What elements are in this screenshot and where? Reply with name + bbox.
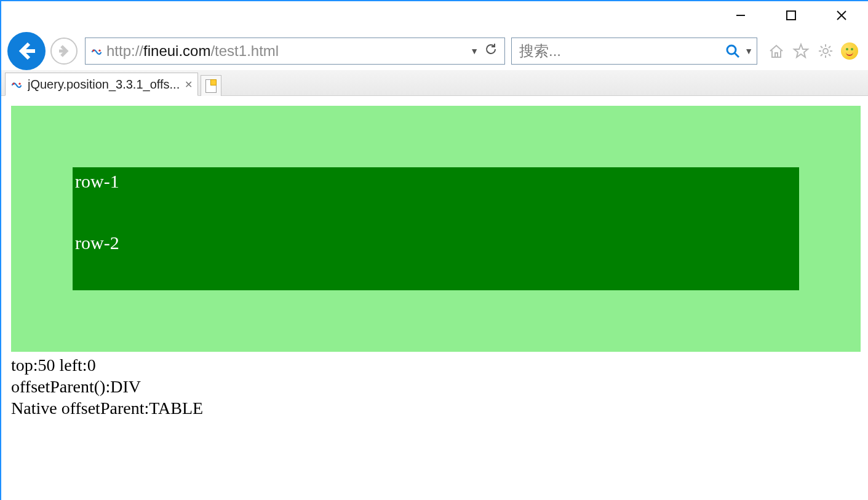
address-bar[interactable]: http://fineui.com/test1.html ▼ — [85, 38, 505, 65]
svg-point-6 — [92, 50, 94, 52]
svg-point-12 — [823, 49, 828, 54]
new-tab-button[interactable] — [201, 75, 221, 96]
favorites-icon[interactable] — [792, 42, 810, 60]
search-icon[interactable] — [725, 43, 741, 59]
site-icon — [90, 45, 103, 57]
back-button[interactable] — [7, 32, 46, 70]
svg-line-9 — [735, 53, 739, 57]
toolbar-icons — [761, 42, 862, 60]
tab-active[interactable]: jQuery.position_3.3.1_offs... ✕ — [5, 73, 198, 96]
url-host: fineui.com — [143, 42, 210, 60]
svg-point-7 — [98, 50, 100, 52]
svg-point-13 — [12, 83, 14, 85]
inner-darkgreen-table: row-1 row-2 — [73, 167, 799, 290]
tab-favicon-icon — [10, 78, 23, 90]
settings-icon[interactable] — [816, 42, 835, 60]
window-titlebar — [1, 1, 868, 32]
svg-marker-11 — [794, 44, 808, 57]
browser-toolbar: http://fineui.com/test1.html ▼ 搜索... ▼ — [1, 32, 868, 70]
output-line-1: top:50 left:0 — [11, 354, 861, 376]
output-line-3: Native offsetParent:TABLE — [11, 397, 861, 419]
forward-button[interactable] — [50, 38, 78, 65]
address-controls: ▼ — [470, 42, 502, 60]
search-box[interactable]: 搜索... ▼ — [511, 38, 757, 65]
window-controls — [715, 2, 867, 28]
new-tab-icon — [205, 79, 217, 93]
page-content: row-1 row-2 top:50 left:0 offsetParent()… — [1, 96, 868, 419]
svg-rect-10 — [775, 53, 778, 57]
tab-close-icon[interactable]: ✕ — [185, 79, 193, 90]
maximize-button[interactable] — [766, 2, 816, 28]
minimize-button[interactable] — [715, 2, 766, 28]
refresh-button[interactable] — [484, 42, 498, 60]
feedback-smiley-icon[interactable] — [841, 42, 858, 60]
tab-strip: jQuery.position_3.3.1_offs... ✕ — [1, 70, 868, 96]
table-row: row-1 — [73, 167, 799, 229]
svg-point-14 — [18, 83, 20, 85]
output-line-2: offsetParent():DIV — [11, 376, 861, 397]
close-button[interactable] — [816, 2, 867, 28]
url-path: /test1.html — [210, 42, 279, 60]
home-icon[interactable] — [767, 42, 786, 60]
table-row: row-2 — [73, 229, 799, 290]
tab-title: jQuery.position_3.3.1_offs... — [28, 77, 180, 92]
search-dropdown-icon[interactable]: ▼ — [744, 46, 753, 56]
outer-lightgreen-box: row-1 row-2 — [11, 106, 861, 352]
row-1-label: row-1 — [75, 171, 119, 192]
output-text: top:50 left:0 offsetParent():DIV Native … — [11, 354, 861, 419]
svg-point-8 — [727, 46, 736, 54]
url-text: http://fineui.com/test1.html — [106, 42, 466, 60]
url-dropdown-icon[interactable]: ▼ — [470, 46, 479, 56]
search-placeholder: 搜索... — [519, 41, 725, 61]
svg-rect-1 — [787, 11, 795, 20]
url-protocol: http:// — [106, 42, 143, 60]
row-2-label: row-2 — [75, 232, 119, 253]
